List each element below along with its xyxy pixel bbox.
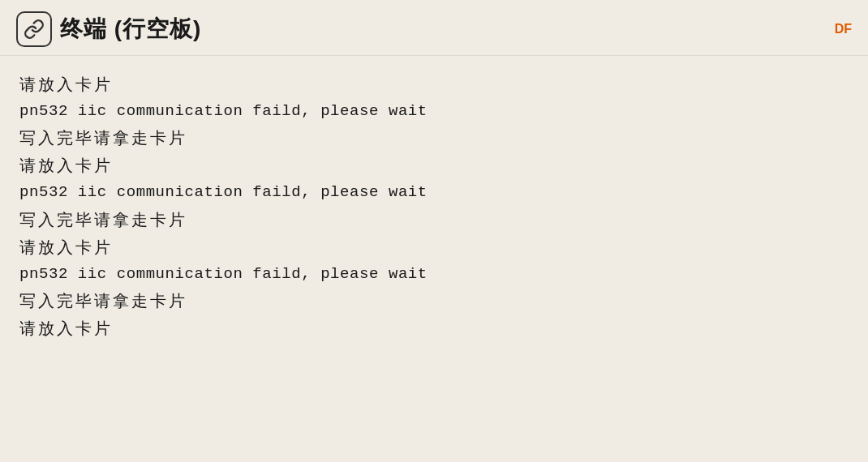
terminal-line: pn532 iic communication faild, please wa… (19, 98, 849, 124)
terminal-line: 写入完毕请拿走卡片 (19, 206, 849, 233)
terminal-line: 请放入卡片 (19, 314, 849, 342)
terminal-line: pn532 iic communication faild, please wa… (19, 179, 849, 205)
df-badge: DF (835, 22, 852, 36)
terminal-line: 请放入卡片 (19, 152, 849, 179)
header-left: 终端 (行空板) (16, 11, 201, 47)
page-title: 终端 (行空板) (60, 14, 201, 45)
terminal-line: 写入完毕请拿走卡片 (19, 287, 849, 314)
terminal-line: pn532 iic communication faild, please wa… (19, 261, 849, 287)
header: 终端 (行空板) DF (0, 0, 868, 56)
terminal-line: 请放入卡片 (19, 71, 849, 98)
link-icon (16, 11, 52, 47)
terminal-line: 请放入卡片 (19, 233, 849, 261)
terminal-line: 写入完毕请拿走卡片 (19, 124, 849, 152)
terminal-content: 请放入卡片pn532 iic communication faild, plea… (0, 56, 868, 357)
